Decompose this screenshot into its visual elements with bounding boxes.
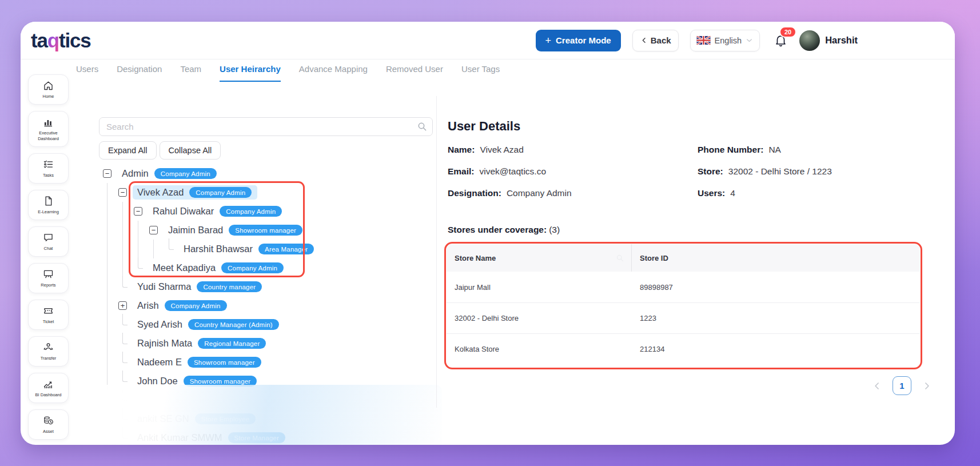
tree-node-yudi-sharma[interactable]: Yudi SharmaCountry manager	[137, 281, 262, 292]
tree-node-meet-kapadiya[interactable]: Meet KapadiyaCompany Admin	[153, 262, 284, 273]
tree-node-name[interactable]: Nadeem E	[137, 357, 182, 368]
detail-field-phone-number: Phone Number:NA	[698, 139, 939, 161]
pagination-next-icon[interactable]	[921, 380, 933, 392]
tree-connector	[118, 377, 127, 385]
app-logo: taqtics	[31, 30, 90, 50]
notifications-button[interactable]: 20	[774, 33, 788, 47]
sidebar-item-ticket[interactable]: Ticket	[28, 300, 69, 330]
tree-row: −Rahul DiwakarCompany Admin	[99, 202, 435, 221]
sidebar-item-executive-dashboard[interactable]: Executive Dashboard	[28, 111, 69, 147]
tree-node-jaimin-barad[interactable]: Jaimin BaradShowroom manager	[168, 225, 302, 236]
language-selector[interactable]: English	[690, 30, 760, 51]
sidebar-item-tasks[interactable]: Tasks	[28, 153, 69, 184]
tree-guide-line	[103, 240, 118, 258]
logo-text: tics	[59, 29, 91, 51]
tree-node-arish[interactable]: ArishCompany Admin	[137, 300, 227, 311]
pagination: 1	[871, 376, 933, 395]
field-value: 32002 - Delhi Store / 1223	[728, 166, 832, 177]
role-badge: Country manager	[197, 281, 262, 292]
tree-node-name[interactable]: ankit SE GN	[137, 413, 189, 424]
sidebar-item-asset[interactable]: Asset	[28, 409, 69, 440]
tree-guide-line	[103, 258, 118, 277]
tree-guide-line	[103, 277, 118, 296]
tree-node-name[interactable]: Rajnish Mata	[137, 338, 192, 349]
stores-table: Store Name Store ID Jaipur Mall898989873…	[447, 244, 920, 367]
field-label: Store:	[698, 166, 723, 177]
tree-node-harshit-bhawsar[interactable]: Harshit BhawsarArea Manager	[184, 244, 314, 254]
tree-toggle-collapse[interactable]: −	[118, 188, 127, 197]
tree-node-rajnish-mata[interactable]: Rajnish MataRegional Manager	[137, 338, 266, 349]
tree-node-name[interactable]: Meet Kapadiya	[153, 262, 216, 273]
sidebar-item-reports[interactable]: Reports	[28, 263, 69, 293]
sidebar-item-chat[interactable]: Chat	[28, 226, 69, 257]
tree-row: ankit SE GNStore Employee	[99, 409, 435, 428]
sidebar-item-label: Reports	[41, 282, 55, 288]
tree-connector	[165, 245, 173, 253]
role-badge: Company Admin	[189, 187, 252, 198]
tab-designation[interactable]: Designation	[117, 64, 162, 82]
tree-node-name[interactable]: John Doe	[137, 376, 178, 387]
header-actions: + Creator Mode Back English 20	[536, 30, 858, 51]
role-badge: Area Manager	[258, 244, 314, 254]
tree-node-ankit-kumar-smwm[interactable]: Ankit Kumar SMWMStore Manager	[137, 432, 285, 443]
app-background: taqtics + Creator Mode Back English	[0, 0, 980, 466]
role-badge: Regional Manager	[198, 338, 266, 349]
creator-mode-button[interactable]: + Creator Mode	[536, 30, 621, 51]
tree-node-name[interactable]: Rahul Diwakar	[153, 206, 214, 217]
pagination-prev-icon[interactable]	[871, 380, 883, 392]
tree-toggle-collapse[interactable]: −	[149, 226, 158, 234]
tree-node-name[interactable]: Yudi Sharma	[137, 281, 191, 292]
sidebar-item-home[interactable]: Home	[28, 74, 69, 105]
tree-toggle-collapse[interactable]: −	[103, 169, 111, 178]
tree-node-ankit-se-gn[interactable]: ankit SE GNStore Employee	[137, 413, 256, 424]
tree-node-syed-arish[interactable]: Syed ArishCountry Manager (Admin)	[137, 319, 279, 330]
tree-row: Ankit Kumar SMWMStore Manager	[99, 428, 435, 445]
field-value: NA	[768, 145, 781, 155]
tab-users[interactable]: Users	[76, 64, 98, 82]
bi-dashboard-icon	[42, 378, 54, 390]
tree-node-name[interactable]: Arish	[137, 300, 159, 311]
tree-node-name[interactable]: Harshit Bhawsar	[184, 244, 253, 254]
tree-row	[99, 391, 435, 409]
tab-user-tags[interactable]: User Tags	[461, 64, 500, 82]
tab-removed-user[interactable]: Removed User	[386, 64, 443, 82]
tree-node-vivek-azad[interactable]: Vivek AzadCompany Admin	[133, 185, 257, 200]
store-id-cell: 89898987	[632, 283, 673, 292]
search-input[interactable]	[99, 117, 433, 136]
tree-node-rahul-diwakar[interactable]: Rahul DiwakarCompany Admin	[153, 206, 282, 217]
panel-divider	[436, 96, 437, 408]
tree-node-john-doe[interactable]: John DoeShowroom manager	[137, 376, 257, 387]
tree-node-name[interactable]: Jaimin Barad	[168, 225, 223, 236]
tree-toggle-expand[interactable]: +	[118, 301, 127, 310]
sidebar-item-e-learning[interactable]: E-Learning	[28, 190, 69, 220]
tree-connector	[118, 358, 127, 367]
tree-node-name[interactable]: Syed Arish	[137, 319, 182, 330]
back-label: Back	[651, 35, 671, 45]
tab-team[interactable]: Team	[180, 64, 201, 82]
role-badge: Store Employee	[195, 413, 256, 424]
search-icon[interactable]	[416, 121, 428, 132]
tree-node-name[interactable]: Vivek Azad	[137, 187, 184, 198]
transfer-icon	[42, 341, 54, 353]
tab-user-heirarchy[interactable]: User Heirarchy	[220, 64, 281, 82]
sidebar-item-bi-dashboard[interactable]: BI Dashboard	[28, 373, 69, 403]
collapse-all-button[interactable]: Collapse All	[160, 141, 221, 160]
tree-node-name[interactable]: Admin	[122, 168, 149, 179]
pagination-page-1[interactable]: 1	[893, 376, 911, 395]
tree-node-nadeem-e[interactable]: Nadeem EShowroom manager	[137, 357, 261, 368]
tree-connector	[118, 339, 127, 348]
sidebar-item-transfer[interactable]: Transfer	[28, 336, 69, 367]
user-menu[interactable]: Harshit	[799, 30, 858, 51]
tree-guide-line	[103, 428, 118, 445]
tree-node-admin[interactable]: AdminCompany Admin	[122, 168, 217, 179]
column-search-icon[interactable]	[615, 253, 624, 262]
back-button[interactable]: Back	[632, 30, 679, 51]
store-id-cell: 1223	[632, 314, 656, 322]
tab-advance-mapping[interactable]: Advance Mapping	[299, 64, 368, 82]
expand-all-button[interactable]: Expand All	[99, 141, 157, 160]
store-id-cell: 212134	[632, 345, 664, 353]
tree-node-name[interactable]: Ankit Kumar SMWM	[137, 432, 222, 443]
store-name-header-label: Store Name	[455, 254, 496, 262]
sidebar-item-label: BI Dashboard	[35, 392, 62, 398]
tree-toggle-collapse[interactable]: −	[134, 207, 142, 216]
